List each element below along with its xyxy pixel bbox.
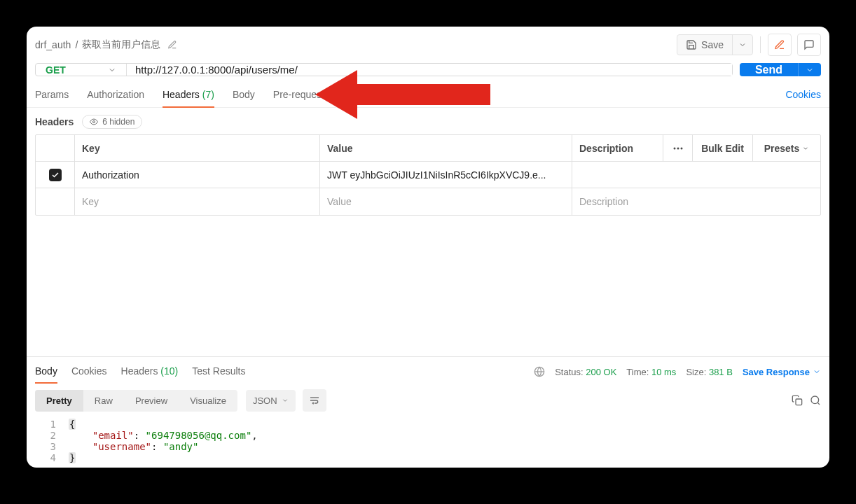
- breadcrumb: drf_auth / 获取当前用户信息: [35, 38, 177, 51]
- tab-params[interactable]: Params: [35, 85, 69, 107]
- svg-point-8: [811, 396, 819, 404]
- tab-authorization[interactable]: Authorization: [87, 85, 144, 107]
- cookies-link[interactable]: Cookies: [785, 85, 821, 107]
- edit-icon[interactable]: [167, 40, 177, 50]
- tab-headers-count: (7): [202, 89, 214, 100]
- hidden-label: 6 hidden: [102, 117, 134, 127]
- resp-tab-headers[interactable]: Headers (10): [121, 363, 179, 381]
- save-response-button[interactable]: Save Response: [743, 367, 821, 377]
- resp-tab-headers-label: Headers: [121, 365, 158, 377]
- send-label: Send: [755, 64, 782, 76]
- save-button[interactable]: Save: [677, 35, 732, 55]
- view-pretty[interactable]: Pretty: [35, 390, 83, 412]
- tab-headers-label: Headers: [163, 89, 200, 100]
- presets-dropdown[interactable]: Presets: [753, 135, 820, 161]
- svg-point-3: [680, 147, 682, 149]
- eye-icon: [90, 118, 98, 126]
- hidden-headers-toggle[interactable]: 6 hidden: [82, 115, 142, 129]
- table-row-placeholder[interactable]: Key Value Description: [36, 188, 820, 215]
- save-dropdown[interactable]: [732, 35, 752, 55]
- time-label: Time: 10 ms: [626, 367, 676, 377]
- resp-tab-testresults[interactable]: Test Results: [192, 363, 245, 381]
- save-button-group: Save: [677, 34, 753, 55]
- save-icon: [686, 39, 697, 50]
- network-icon[interactable]: [534, 366, 545, 377]
- svg-rect-7: [796, 399, 802, 405]
- save-label: Save: [701, 39, 724, 50]
- tab-tests[interactable]: Tests: [371, 85, 394, 107]
- response-body-code[interactable]: 1{ 2 "email": "694798056@qq.com", 3 "use…: [27, 414, 829, 468]
- row-description[interactable]: [572, 162, 820, 188]
- edit-request-icon[interactable]: [768, 34, 792, 56]
- http-method-label: GET: [46, 64, 66, 76]
- bulk-edit-button[interactable]: Bulk Edit: [693, 135, 753, 161]
- row-value[interactable]: JWT eyJhbGciOiJIUzI1NiIsInR5cCI6IkpXVCJ9…: [320, 162, 572, 188]
- tab-headers[interactable]: Headers (7): [163, 85, 214, 107]
- view-raw[interactable]: Raw: [83, 390, 124, 412]
- row-key[interactable]: Authorization: [75, 162, 320, 188]
- headers-table: Key Value Description Bulk Edit Presets …: [35, 134, 821, 216]
- divider: [760, 36, 761, 53]
- svg-point-0: [93, 121, 95, 123]
- size-label: Size: 381 B: [686, 367, 733, 377]
- view-preview[interactable]: Preview: [124, 390, 179, 412]
- http-method-select[interactable]: GET: [36, 64, 127, 76]
- checked-icon: [49, 169, 62, 181]
- status-label: Status: 200 OK: [555, 367, 616, 377]
- response-tabs: Body Cookies Headers (10) Test Results S…: [27, 357, 829, 386]
- wrap-lines-icon[interactable]: [303, 389, 326, 412]
- response-status-bar: Status: 200 OK Time: 10 ms Size: 381 B S…: [534, 366, 821, 377]
- breadcrumb-separator: /: [75, 39, 78, 50]
- headers-title: Headers: [35, 116, 74, 127]
- placeholder-description[interactable]: Description: [572, 188, 820, 215]
- send-button-group: Send: [740, 63, 821, 76]
- col-value: Value: [320, 135, 572, 161]
- chevron-down-icon: [108, 66, 116, 74]
- resp-tab-headers-count: (10): [160, 365, 178, 377]
- col-key: Key: [75, 135, 320, 161]
- view-visualize[interactable]: Visualize: [179, 390, 237, 412]
- placeholder-key[interactable]: Key: [75, 188, 320, 215]
- response-view-tabs: Pretty Raw Preview Visualize: [35, 390, 237, 412]
- tab-body[interactable]: Body: [233, 85, 255, 107]
- request-tabs: Params Authorization Headers (7) Body Pr…: [27, 85, 829, 108]
- breadcrumb-title: 获取当前用户信息: [82, 38, 160, 51]
- svg-line-9: [817, 402, 820, 405]
- table-header-row: Key Value Description Bulk Edit Presets: [36, 135, 820, 162]
- breadcrumb-folder[interactable]: drf_auth: [35, 39, 71, 50]
- comments-icon[interactable]: [797, 34, 821, 56]
- col-description: Description: [572, 135, 663, 161]
- resp-tab-cookies[interactable]: Cookies: [71, 363, 107, 381]
- more-options-icon[interactable]: [663, 135, 693, 161]
- search-icon[interactable]: [810, 395, 821, 406]
- request-line: GET Send: [27, 63, 829, 85]
- send-dropdown[interactable]: [798, 63, 821, 76]
- app-window: drf_auth / 获取当前用户信息 Save: [27, 27, 829, 468]
- tab-prerequest[interactable]: Pre-request Script: [273, 85, 352, 107]
- col-check: [36, 135, 75, 161]
- table-row[interactable]: Authorization JWT eyJhbGciOiJIUzI1NiIsIn…: [36, 162, 820, 188]
- format-label: JSON: [253, 396, 277, 406]
- row-check-empty: [36, 188, 75, 215]
- response-toolbar: Pretty Raw Preview Visualize JSON: [27, 386, 829, 414]
- top-actions: Save: [677, 34, 821, 56]
- row-check[interactable]: [36, 162, 75, 188]
- format-select[interactable]: JSON: [246, 390, 296, 412]
- topbar: drf_auth / 获取当前用户信息 Save: [27, 27, 829, 63]
- url-box: GET: [35, 63, 733, 76]
- svg-point-1: [673, 147, 675, 149]
- svg-point-2: [677, 147, 679, 149]
- response-area: Body Cookies Headers (10) Test Results S…: [27, 356, 829, 468]
- placeholder-value[interactable]: Value: [320, 188, 572, 215]
- copy-icon[interactable]: [792, 395, 803, 406]
- resp-tab-body[interactable]: Body: [35, 363, 57, 381]
- url-input[interactable]: [127, 64, 732, 76]
- headers-subheading: Headers 6 hidden: [27, 108, 829, 134]
- presets-label: Presets: [764, 143, 800, 154]
- send-button[interactable]: Send: [740, 63, 798, 76]
- tab-settings[interactable]: Settings: [411, 85, 447, 107]
